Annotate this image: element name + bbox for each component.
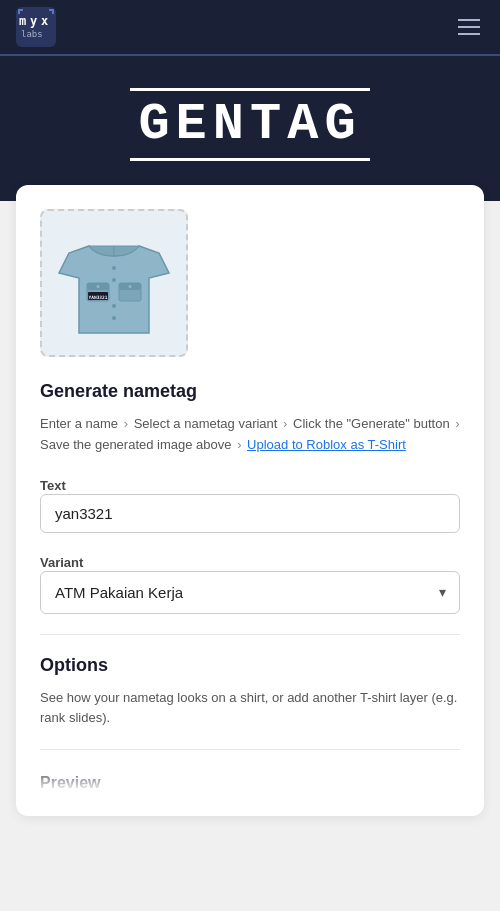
step2-text: Select a nametag variant — [134, 416, 278, 431]
svg-point-16 — [112, 278, 116, 282]
options-title: Options — [40, 655, 460, 676]
options-description: See how your nametag looks on a shirt, o… — [40, 688, 460, 730]
step4-text: Save the generated image above — [40, 437, 232, 452]
logo-area: m y x labs — [16, 7, 56, 47]
app-header: m y x labs — [0, 0, 500, 56]
svg-point-15 — [112, 266, 116, 270]
svg-text:m: m — [19, 14, 26, 28]
shirt-svg: YAN3321 — [49, 218, 179, 348]
text-label: Text — [40, 478, 66, 493]
svg-rect-8 — [52, 9, 54, 14]
step3-text: Click the "Generate" button — [293, 416, 450, 431]
svg-text:YAN3321: YAN3321 — [89, 295, 108, 300]
text-field-group: Text — [40, 476, 460, 553]
steps-description: Enter a name › Select a nametag variant … — [40, 414, 460, 456]
section-divider-2 — [40, 749, 460, 750]
preview-title: Preview — [40, 770, 460, 792]
logo-icon: m y x labs — [16, 7, 56, 47]
menu-button[interactable] — [454, 15, 484, 39]
upload-link[interactable]: Upload to Roblox as T-Shirt — [247, 437, 406, 452]
section-divider — [40, 634, 460, 635]
text-input[interactable] — [40, 494, 460, 533]
chevron4: › — [237, 437, 245, 452]
chevron1: › — [124, 416, 132, 431]
svg-rect-6 — [18, 9, 20, 14]
variant-select-wrapper: ATM Pakaian Kerja Standard Custom ▾ — [40, 571, 460, 614]
variant-select[interactable]: ATM Pakaian Kerja Standard Custom — [40, 571, 460, 614]
svg-text:labs: labs — [21, 29, 43, 39]
chevron2: › — [283, 416, 291, 431]
chevron3: › — [455, 416, 459, 431]
svg-point-17 — [112, 304, 116, 308]
variant-label: Variant — [40, 555, 83, 570]
generate-title: Generate nametag — [40, 381, 460, 402]
svg-text:y: y — [30, 14, 37, 28]
variant-field-group: Variant ATM Pakaian Kerja Standard Custo… — [40, 553, 460, 614]
svg-point-14 — [129, 285, 132, 288]
step1-text: Enter a name — [40, 416, 118, 431]
svg-point-18 — [112, 316, 116, 320]
hero-title: GENTAG — [130, 88, 369, 161]
preview-bottom-section: Preview — [40, 770, 460, 792]
svg-text:x: x — [41, 14, 48, 28]
shirt-preview: YAN3321 — [40, 209, 188, 357]
svg-point-11 — [97, 285, 100, 288]
hero-section: GENTAG — [0, 56, 500, 201]
main-card: YAN3321 Generate nametag Enter a name › … — [16, 185, 484, 816]
